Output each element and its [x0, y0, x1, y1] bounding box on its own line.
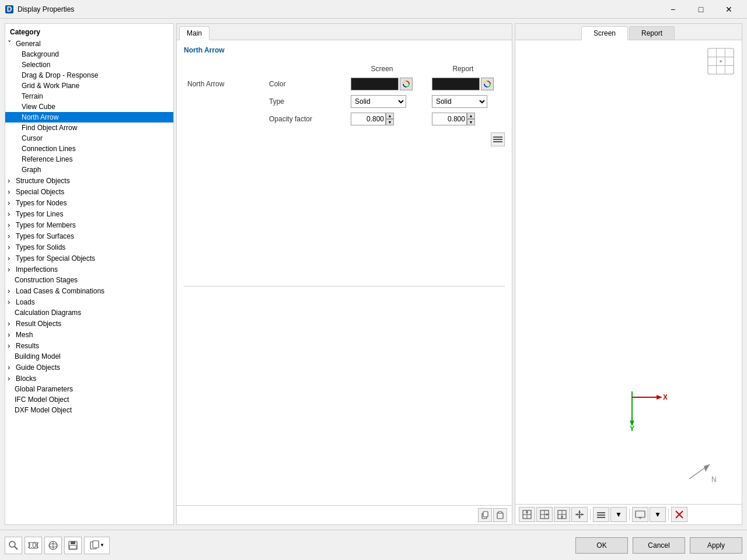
- menu-icon-btn[interactable]: [491, 132, 505, 146]
- north-arrow-preview: N: [683, 456, 718, 487]
- toolbar-btn-display-dropdown[interactable]: ▼: [650, 507, 666, 522]
- tree-child-find-object-arrow[interactable]: Find Object Arrow: [5, 123, 173, 133]
- bottom-tool-copy-dropdown[interactable]: ▼: [84, 537, 110, 554]
- report-opacity-wrapper: ▲ ▼: [432, 113, 494, 125]
- svg-rect-8: [483, 512, 488, 517]
- preview-area: X Y N: [515, 40, 742, 504]
- tree-child-drag-drop[interactable]: Drag & Drop - Response: [5, 70, 173, 80]
- tree-child-terrain[interactable]: Terrain: [5, 91, 173, 102]
- screen-color-select[interactable]: [351, 78, 399, 90]
- tree-item-building-model[interactable]: Building Model: [5, 351, 173, 362]
- tree-item-load-cases[interactable]: Load Cases & Combinations: [5, 285, 173, 296]
- svg-rect-46: [597, 517, 605, 518]
- screen-opacity-up[interactable]: ▲: [386, 113, 394, 119]
- paste-btn[interactable]: [493, 508, 507, 522]
- tree-item-types-for-members[interactable]: Types for Members: [5, 219, 173, 230]
- tree-item-imperfections[interactable]: Imperfections: [5, 264, 173, 275]
- maximize-button[interactable]: □: [687, 0, 714, 19]
- report-color-picker-btn[interactable]: [481, 78, 494, 90]
- tree-child-reference-lines[interactable]: Reference Lines: [5, 154, 173, 164]
- report-type-select[interactable]: Solid Dashed Dotted: [432, 95, 487, 108]
- report-opacity-input[interactable]: [432, 113, 467, 125]
- type-label: Type: [266, 93, 347, 110]
- tree-item-blocks[interactable]: Blocks: [5, 373, 173, 384]
- copy-btn[interactable]: [478, 508, 492, 522]
- toolbar-btn-2[interactable]: [536, 507, 553, 522]
- tree-item-types-for-special[interactable]: Types for Special Objects: [5, 253, 173, 264]
- opacity-label: Opacity factor: [266, 110, 347, 128]
- tree-child-cursor[interactable]: Cursor: [5, 133, 173, 144]
- screen-type-select[interactable]: Solid Dashed Dotted: [351, 95, 406, 108]
- svg-marker-43: [581, 513, 584, 516]
- tree-child-north-arrow[interactable]: North Arrow: [5, 112, 173, 123]
- tree-child-view-cube[interactable]: View Cube: [5, 102, 173, 112]
- tree-child-graph[interactable]: Graph: [5, 164, 173, 175]
- tree-item-ifc-model-object[interactable]: IFC Model Object: [5, 394, 173, 405]
- tree-item-result-objects[interactable]: Result Objects: [5, 318, 173, 329]
- tree-item-calculation-diagrams[interactable]: Calculation Diagrams: [5, 307, 173, 318]
- tree-item-mesh[interactable]: Mesh: [5, 329, 173, 340]
- svg-text:X: X: [663, 393, 667, 401]
- report-color-select[interactable]: [432, 78, 480, 90]
- window-title: Display Properties: [18, 5, 659, 13]
- toolbar-btn-display[interactable]: [632, 507, 648, 522]
- bottom-tool-save[interactable]: [64, 537, 82, 554]
- dialog-body: Category General Background Selection Dr…: [0, 19, 747, 530]
- report-opacity-up[interactable]: ▲: [467, 113, 475, 119]
- screen-opacity-input[interactable]: [351, 113, 386, 125]
- tree-item-types-for-nodes[interactable]: Types for Nodes: [5, 197, 173, 208]
- toolbar-separator-2: [629, 509, 630, 520]
- dialog: Category General Background Selection Dr…: [0, 19, 747, 560]
- toolbar-btn-layers[interactable]: [593, 507, 609, 522]
- svg-point-52: [9, 541, 15, 547]
- col-header-screen: Screen: [347, 62, 417, 75]
- right-tab-report[interactable]: Report: [629, 26, 675, 40]
- close-button[interactable]: ✕: [715, 0, 742, 19]
- right-tab-screen[interactable]: Screen: [581, 26, 628, 40]
- tree-child-grid-work-plane[interactable]: Grid & Work Plane: [5, 80, 173, 91]
- north-arrow-label: North Arrow: [184, 75, 266, 93]
- tree-child-background[interactable]: Background: [5, 49, 173, 60]
- bottom-tool-counter[interactable]: 0.00: [25, 537, 42, 554]
- category-header: Category: [5, 26, 173, 38]
- tree-item-loads[interactable]: Loads: [5, 296, 173, 307]
- tree-item-results[interactable]: Results: [5, 340, 173, 351]
- screen-color-picker-btn[interactable]: [400, 78, 413, 90]
- tree-item-types-for-lines[interactable]: Types for Lines: [5, 208, 173, 219]
- tree-item-types-for-solids[interactable]: Types for Solids: [5, 242, 173, 253]
- svg-text:0.00: 0.00: [28, 541, 39, 550]
- toolbar-btn-close-red[interactable]: [671, 507, 687, 522]
- tree-item-special-objects[interactable]: Special Objects: [5, 186, 173, 197]
- toolbar-separator-3: [668, 509, 669, 520]
- tree-item-structure-objects[interactable]: Structure Objects: [5, 175, 173, 186]
- center-bottom-toolbar: [177, 505, 512, 524]
- tab-main[interactable]: Main: [179, 26, 210, 40]
- tree-child-connection-lines[interactable]: Connection Lines: [5, 144, 173, 154]
- screen-color-wrapper: [351, 78, 413, 90]
- toolbar-btn-3[interactable]: [554, 507, 570, 522]
- screen-opacity-down[interactable]: ▼: [386, 119, 394, 125]
- form-area: Screen Report North Arrow Color: [177, 58, 512, 281]
- apply-button[interactable]: Apply: [690, 537, 742, 554]
- tree-item-general[interactable]: General: [5, 38, 173, 49]
- tree-item-dxf-model-object[interactable]: DXF Model Object: [5, 405, 173, 415]
- toolbar-btn-4[interactable]: [571, 507, 588, 522]
- cancel-button[interactable]: Cancel: [633, 537, 685, 554]
- center-tab-bar: Main: [177, 24, 512, 40]
- report-opacity-down[interactable]: ▼: [467, 119, 475, 125]
- tree-item-global-parameters[interactable]: Global Parameters: [5, 384, 173, 394]
- ok-button[interactable]: OK: [575, 537, 628, 554]
- bottom-tool-3d[interactable]: [44, 537, 62, 554]
- tree-item-construction-stages[interactable]: Construction Stages: [5, 275, 173, 285]
- form-separator: [184, 286, 505, 286]
- report-opacity-spinner: ▲ ▼: [467, 113, 475, 125]
- tree-item-guide-objects[interactable]: Guide Objects: [5, 362, 173, 373]
- bottom-tool-search[interactable]: [5, 537, 22, 554]
- svg-marker-41: [578, 516, 581, 519]
- tree-item-types-for-surfaces[interactable]: Types for Surfaces: [5, 230, 173, 242]
- toolbar-btn-layers-dropdown[interactable]: ▼: [610, 507, 627, 522]
- minimize-button[interactable]: −: [659, 0, 686, 19]
- toolbar-btn-1[interactable]: [519, 507, 535, 522]
- tree-child-selection[interactable]: Selection: [5, 60, 173, 70]
- svg-rect-63: [93, 541, 99, 548]
